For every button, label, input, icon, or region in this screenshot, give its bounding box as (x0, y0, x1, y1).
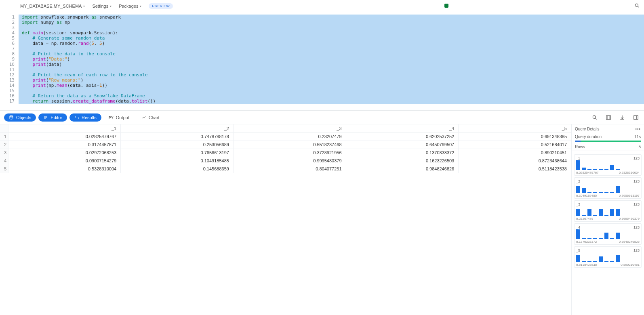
results-table[interactable]: _1_2_3_4_5 10.028254797670.74787881780.2… (0, 124, 571, 173)
corner-cell (0, 124, 8, 132)
cell[interactable]: 0.1623226503 (346, 157, 459, 165)
cell[interactable]: 0.1370333372 (346, 149, 459, 157)
results-table-pane[interactable]: _1_2_3_4_5 10.028254797670.74787881780.2… (0, 124, 571, 315)
table-row[interactable]: 30.029720682530.76566131970.37289219560.… (0, 149, 571, 157)
line-number: 17 (0, 99, 19, 104)
cell[interactable]: 0.253056689 (121, 141, 234, 149)
line-number: 2 (0, 20, 19, 25)
packages-menu[interactable]: Packages ▾ (119, 4, 141, 8)
cell[interactable]: 0.5118423538 (459, 165, 571, 173)
cell[interactable]: 0.7478788178 (121, 132, 234, 141)
return-icon (74, 115, 79, 120)
table-row[interactable]: 50.53283100040.1456886590.8040772510.984… (0, 165, 571, 173)
code-line[interactable]: print(data) (19, 62, 644, 67)
cell[interactable]: 0.09007154279 (8, 157, 121, 165)
packages-label: Packages (119, 4, 138, 8)
search-results-icon[interactable] (591, 113, 599, 122)
cell[interactable]: 0.9995480379 (233, 157, 346, 165)
cell[interactable]: 0.521684017 (459, 141, 571, 149)
cell[interactable]: 0.23207479 (233, 132, 346, 141)
code-line[interactable]: # Generate some random data (19, 36, 644, 41)
code-editor[interactable]: 1234567891011121314151617 import snowfla… (0, 12, 644, 111)
code-line[interactable]: print("Row means:") (19, 78, 644, 83)
cell[interactable]: 0.145688659 (121, 165, 234, 173)
run-indicator-icon[interactable] (444, 4, 448, 8)
cell[interactable]: 0.7656613197 (121, 149, 234, 157)
cell[interactable]: 0.02972068253 (8, 149, 121, 157)
table-row[interactable]: 10.028254797670.74787881780.232074790.62… (0, 132, 571, 141)
code-line[interactable]: import numpy as np (19, 20, 644, 25)
svg-line-7 (596, 118, 597, 119)
column-histogram[interactable]: _41230.13703333720.9848246826 (574, 223, 642, 245)
cell[interactable]: 0.5518237468 (233, 141, 346, 149)
line-number: 9 (0, 57, 19, 62)
line-number: 13 (0, 78, 19, 83)
code-line[interactable]: import snowflake.snowpark as snowpark (19, 15, 644, 20)
code-line[interactable]: data = np.random.rand(5, 5) (19, 41, 644, 46)
hist-min: 0.5118423538 (576, 263, 597, 267)
rows-value: 5 (638, 145, 641, 149)
column-header[interactable]: _5 (459, 124, 571, 132)
row-number: 4 (0, 157, 8, 165)
settings-menu[interactable]: Settings ▾ (92, 4, 112, 8)
editor-button[interactable]: Editor (38, 113, 67, 122)
code-line[interactable]: def main(session: snowpark.Session): (19, 30, 644, 36)
cell[interactable]: 0.5328310004 (8, 165, 121, 173)
cell[interactable]: 0.6450799507 (346, 141, 459, 149)
line-number: 7 (0, 46, 19, 51)
code-line[interactable]: print("Data:") (19, 57, 644, 62)
column-histogram[interactable]: _21230.10491854850.7656613197 (574, 177, 642, 199)
output-button[interactable]: PY Output (104, 113, 134, 122)
py-icon: PY (109, 116, 114, 120)
cell[interactable]: 0.9848246826 (346, 165, 459, 173)
results-button[interactable]: Results (69, 113, 101, 122)
output-label: Output (116, 115, 129, 120)
line-number: 3 (0, 25, 19, 30)
code-line[interactable]: # Print the data to the console (19, 51, 644, 57)
hist-type-label: 123 (633, 179, 640, 183)
cell[interactable]: 0.890210451 (459, 149, 571, 157)
columns-icon[interactable] (604, 113, 612, 122)
code-line[interactable]: # Return the data as a Snowflake DataFra… (19, 93, 644, 99)
column-histogram[interactable]: _51230.51184235380.890210451 (574, 246, 642, 268)
column-header[interactable]: _4 (346, 124, 459, 132)
column-histogram[interactable]: _11230.028254797670.5328310004 (574, 154, 642, 176)
query-details-title: Query Details (575, 127, 600, 131)
code-line[interactable] (19, 46, 644, 51)
cell[interactable]: 0.02825479767 (8, 132, 121, 141)
chart-button[interactable]: Chart (137, 113, 164, 122)
column-header[interactable]: _2 (121, 124, 234, 132)
objects-button[interactable]: Objects (4, 113, 36, 122)
download-icon[interactable] (618, 113, 626, 122)
cell[interactable]: 0.3174457871 (8, 141, 121, 149)
column-header[interactable]: _1 (8, 124, 121, 132)
cell[interactable]: 0.3728921956 (233, 149, 346, 157)
chevron-down-icon: ▾ (110, 4, 112, 8)
hist-min: 0.23207479 (576, 217, 593, 220)
code-area[interactable]: import snowflake.snowpark as snowparkimp… (19, 12, 644, 110)
cell[interactable]: 0.6202537252 (346, 132, 459, 141)
table-row[interactable]: 40.090071542790.10491854850.99954803790.… (0, 157, 571, 165)
table-row[interactable]: 20.31744578710.2530566890.55182374680.64… (0, 141, 571, 149)
column-histogram[interactable]: _31230.232074790.9995480379 (574, 200, 642, 222)
cell[interactable]: 0.804077251 (233, 165, 346, 173)
context-picker[interactable]: MY_DATABASE.MY_SCHEMA ▾ (20, 4, 85, 8)
more-icon[interactable]: ••• (635, 127, 641, 131)
hist-type-label: 123 (633, 202, 640, 206)
cell[interactable]: 0.1049185485 (121, 157, 234, 165)
code-line[interactable] (19, 88, 644, 93)
code-line[interactable]: return session.create_dataframe(data.tol… (19, 99, 644, 104)
column-header[interactable]: _3 (233, 124, 346, 132)
code-line[interactable]: print(np.mean(data, axis=1)) (19, 83, 644, 88)
search-icon[interactable] (634, 3, 640, 10)
svg-point-6 (593, 116, 596, 118)
rows-label: Rows (575, 145, 585, 149)
panel-toggle-icon[interactable] (632, 113, 640, 122)
duration-label: Query duration (575, 134, 602, 139)
code-line[interactable] (19, 25, 644, 30)
cell[interactable]: 0.691348385 (459, 132, 571, 141)
hist-bars (576, 229, 640, 240)
code-line[interactable] (19, 67, 644, 72)
cell[interactable]: 0.8723468644 (459, 157, 571, 165)
code-line[interactable]: # Print the mean of each row to the cons… (19, 72, 644, 78)
